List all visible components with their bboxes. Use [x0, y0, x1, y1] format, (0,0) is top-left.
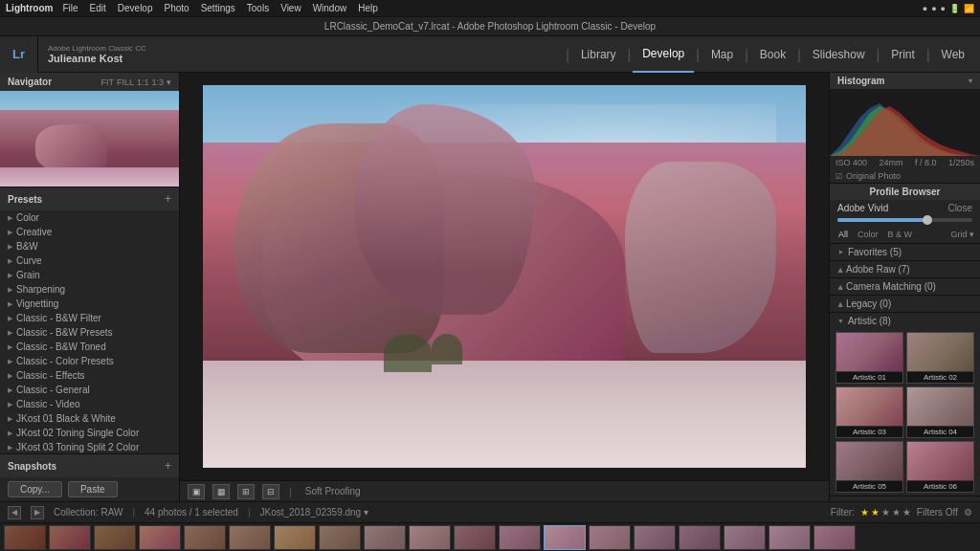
snapshots-header[interactable]: Snapshots + [0, 453, 179, 477]
profile-grid-button[interactable]: Grid ▾ [950, 230, 974, 239]
menu-view[interactable]: View [280, 3, 301, 13]
profile-cat-adobe-raw-header[interactable]: ▶ Adobe Raw (7) [830, 261, 980, 277]
filters-off-label[interactable]: Filters Off [917, 507, 958, 518]
tab-library[interactable]: Library [571, 36, 626, 73]
star-5[interactable]: ★ [902, 507, 911, 518]
film-thumb-14[interactable] [589, 525, 631, 550]
vivid-slider[interactable] [830, 216, 980, 226]
film-thumb-16[interactable] [679, 525, 721, 550]
crop-tool-btn[interactable]: ▣ [188, 484, 205, 499]
tab-web[interactable]: Web [932, 36, 974, 73]
profile-thumb-artistic-06[interactable]: Artistic 06 [906, 441, 974, 493]
film-thumb-15[interactable] [634, 525, 676, 550]
profile-close-button[interactable]: Close [947, 203, 972, 213]
star-3[interactable]: ★ [881, 507, 890, 518]
film-thumb-12[interactable] [499, 525, 541, 550]
film-thumb-10[interactable] [409, 525, 451, 550]
film-thumb-1[interactable] [4, 525, 46, 550]
preset-group-creative[interactable]: ▶Creative [0, 225, 179, 239]
menu-help[interactable]: Help [358, 3, 378, 13]
system-right-icons: ●●●🔋📶 [923, 4, 974, 13]
menu-photo[interactable]: Photo [165, 3, 189, 13]
compare-tool-btn[interactable]: ⊟ [262, 484, 279, 499]
current-file[interactable]: JKost_2018_02359.dng ▾ [260, 507, 368, 518]
preset-group-jkost-bw[interactable]: ▶JKost 01 Black & White [0, 411, 179, 426]
profile-tab-color[interactable]: Color [855, 229, 881, 240]
preset-group-jkost-ts2[interactable]: ▶JKost 03 Toning Split 2 Color [0, 440, 179, 453]
profile-thumb-artistic-03[interactable]: Artistic 03 [835, 386, 903, 438]
film-thumb-17[interactable] [724, 525, 766, 550]
presets-add-icon[interactable]: + [165, 192, 171, 206]
film-thumb-6[interactable] [229, 525, 271, 550]
tab-book[interactable]: Book [750, 36, 795, 73]
menu-bar[interactable]: File Edit Develop Photo Settings Tools V… [62, 3, 377, 13]
star-2[interactable]: ★ [871, 507, 880, 518]
preset-group-sharpening[interactable]: ▶Sharpening [0, 282, 179, 297]
snapshots-add-icon[interactable]: + [165, 459, 171, 473]
preset-group-vignetting[interactable]: ▶Vignetting [0, 297, 179, 311]
menu-settings[interactable]: Settings [201, 3, 235, 13]
profile-thumb-artistic-02[interactable]: Artistic 02 [906, 332, 974, 384]
menu-edit[interactable]: Edit [90, 3, 106, 13]
menu-develop[interactable]: Develop [118, 3, 153, 13]
film-thumb-19[interactable] [813, 525, 856, 550]
menu-tools[interactable]: Tools [247, 3, 269, 13]
tab-develop[interactable]: Develop [633, 36, 694, 73]
preset-group-classic-bwf[interactable]: ▶Classic - B&W Filter [0, 311, 179, 325]
star-4[interactable]: ★ [892, 507, 901, 518]
status-nav-right[interactable]: ▶ [31, 506, 44, 519]
film-thumb-2[interactable] [49, 525, 91, 550]
preset-group-classic-bwp[interactable]: ▶Classic - B&W Presets [0, 325, 179, 340]
copy-button[interactable]: Copy... [8, 481, 62, 497]
profile-cat-artistic-header[interactable]: ▼ Artistic (8) [830, 313, 980, 329]
profile-thumb-artistic-04[interactable]: Artistic 04 [906, 386, 974, 438]
menu-file[interactable]: File [62, 3, 78, 13]
profile-thumb-artistic-05[interactable]: Artistic 05 [835, 441, 903, 493]
nav-1to1[interactable]: 1:1 [137, 77, 149, 87]
profile-cat-favorites-header[interactable]: ▼ Favorites (5) [830, 244, 980, 260]
preset-group-bw[interactable]: ▶B&W [0, 239, 179, 253]
presets-header[interactable]: Presets + [0, 187, 179, 210]
film-thumb-3[interactable] [94, 525, 136, 550]
profile-cat-legacy-header[interactable]: ▶ Legacy (0) [830, 296, 980, 312]
preset-group-classic-bwt[interactable]: ▶Classic - B&W Toned [0, 340, 179, 354]
preset-group-grain[interactable]: ▶Grain [0, 268, 179, 282]
film-thumb-8[interactable] [319, 525, 361, 550]
navigator-header[interactable]: Navigator FIT FILL 1:1 1:3 ▾ [0, 73, 179, 91]
nav-custom[interactable]: 1:3 [151, 77, 164, 87]
slider-thumb[interactable] [923, 215, 932, 225]
status-nav-left[interactable]: ◀ [8, 506, 21, 519]
preset-group-classic-cp[interactable]: ▶Classic - Color Presets [0, 354, 179, 368]
grid-tool-btn[interactable]: ▦ [212, 484, 230, 499]
histogram-header[interactable]: Histogram ▾ [830, 73, 980, 89]
preset-group-classic-eff[interactable]: ▶Classic - Effects [0, 368, 179, 383]
tab-print[interactable]: Print [881, 36, 924, 73]
profile-tab-bw[interactable]: B & W [885, 229, 916, 240]
tab-map[interactable]: Map [702, 36, 743, 73]
star-1[interactable]: ★ [860, 507, 869, 518]
filter-settings-icon[interactable]: ⚙ [964, 507, 972, 518]
film-thumb-9[interactable] [364, 525, 406, 550]
film-thumb-13[interactable] [544, 525, 586, 550]
preset-group-color[interactable]: ▶Color [0, 210, 179, 225]
film-thumb-4[interactable] [139, 525, 181, 550]
profile-tab-all[interactable]: All [835, 229, 851, 240]
menu-window[interactable]: Window [313, 3, 347, 13]
nav-fit[interactable]: FIT [100, 77, 114, 87]
nav-fill[interactable]: FILL [117, 77, 134, 87]
preset-group-curve[interactable]: ▶Curve [0, 253, 179, 268]
histogram-title: Histogram [837, 76, 884, 86]
film-thumb-5[interactable] [184, 525, 226, 550]
profile-cat-camera-header[interactable]: ▶ Camera Matching (0) [830, 278, 980, 295]
profile-thumb-artistic-01[interactable]: Artistic 01 [835, 332, 903, 384]
preset-group-jkost-tsc[interactable]: ▶JKost 02 Toning Single Color [0, 426, 179, 440]
film-thumb-7[interactable] [274, 525, 316, 550]
film-thumb-11[interactable] [454, 525, 496, 550]
tab-slideshow[interactable]: Slideshow [803, 36, 875, 73]
preset-group-classic-gen[interactable]: ▶Classic - General [0, 383, 179, 397]
film-thumb-18[interactable] [768, 525, 811, 550]
loupe-tool-btn[interactable]: ⊞ [237, 484, 255, 499]
histogram-chevron: ▾ [969, 77, 972, 85]
paste-button[interactable]: Paste [68, 481, 118, 497]
preset-group-classic-vid[interactable]: ▶Classic - Video [0, 397, 179, 411]
